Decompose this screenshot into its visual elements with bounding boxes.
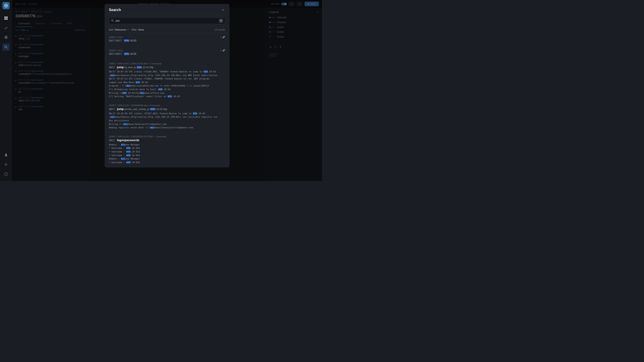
search-clear-button[interactable]: ✕ — [219, 19, 223, 23]
result-header: 200817 / Host 2 🔗 — [109, 36, 225, 38]
sidebar-item-search[interactable] — [2, 43, 10, 51]
svg-point-15 — [112, 19, 113, 21]
result-path: 200817 / WIN-10-02 / 2146137244 jdoe * /… — [109, 62, 162, 65]
svg-rect-8 — [5, 38, 8, 39]
result-count: 2 🔗 — [220, 36, 225, 38]
search-input[interactable] — [116, 19, 217, 22]
sort-control-value: Relevance — [115, 28, 126, 31]
result-path: 200817 / WIN-10-02 / 1166180208 SYSTEM *… — [109, 135, 166, 138]
main-area: Best Logs / Explore ‹ Timeline 08/17/20 … — [12, 0, 322, 181]
svg-rect-7 — [5, 37, 8, 38]
search-input-wrapper: ✕ — [105, 15, 229, 27]
result-header: 200817 / WIN-10-02 / 1166180208 SYSTEM *… — [109, 135, 225, 138]
modal-close-button[interactable]: ✕ — [220, 7, 225, 12]
app-logo[interactable] — [2, 2, 10, 9]
result-count: 5 🔗 — [220, 49, 225, 52]
list-item[interactable]: 200817 / WIN-10-02 / 1166658656 jdoe / C… — [105, 101, 229, 132]
svg-line-10 — [6, 47, 8, 48]
svg-point-1 — [6, 5, 7, 6]
search-input-inner: ✕ — [109, 17, 225, 24]
svg-rect-3 — [6, 16, 8, 18]
result-path: 200817 / Host — [109, 49, 123, 52]
filter-control[interactable]: Filter: None — [132, 28, 144, 31]
sidebar-item-logs[interactable] — [2, 34, 10, 41]
search-controls: Sort: Relevance ▼ Filter: None 19 result… — [105, 27, 229, 33]
search-modal: Search ✕ ✕ So — [105, 4, 230, 167]
result-output: Domain : Window Manager * Username : WIN… — [109, 143, 225, 164]
modal-header: Search ✕ — [105, 4, 229, 15]
svg-point-11 — [5, 153, 7, 155]
filter-control-label: Filter: — [132, 28, 138, 31]
result-date-line: 08/17-08/17 WIN-10-03 — [109, 39, 225, 42]
result-header: 200817 / WIN-10-02 / 1166658656 jdoe / C… — [109, 104, 225, 107]
result-header: 200817 / WIN-10-02 / 2146137244 jdoe * /… — [109, 62, 225, 65]
list-item[interactable]: 200817 / Host 5 🔗 08/17-08/17 WIN-10-02 — [105, 46, 229, 59]
search-icon — [111, 19, 114, 22]
result-date-line: 08/17 logonpasswords — [109, 139, 225, 142]
search-results: 200817 / Host 2 🔗 08/17-08/17 WIN-10-03 — [105, 33, 229, 167]
svg-rect-4 — [4, 18, 6, 20]
sort-control[interactable]: Sort: Relevance ▼ — [109, 28, 129, 31]
result-output: 08/17 19:42:05 UTC [task] <T1547.001> Ta… — [109, 112, 225, 129]
list-item[interactable]: 200817 / WIN-10-02 / 1166180208 SYSTEM *… — [105, 132, 229, 167]
sort-control-label: Sort: — [109, 28, 114, 31]
sidebar-item-user[interactable] — [2, 151, 10, 158]
svg-rect-5 — [6, 18, 8, 20]
svg-rect-2 — [4, 16, 6, 18]
sort-dropdown-icon[interactable]: ▼ — [127, 29, 129, 31]
sidebar-item-settings[interactable] — [2, 161, 10, 168]
link-icon: 🔗 — [222, 36, 225, 38]
sidebar-item-dashboard[interactable] — [2, 14, 10, 22]
svg-rect-6 — [5, 36, 8, 37]
svg-line-16 — [113, 21, 114, 22]
result-path: 200817 / Host — [109, 36, 123, 38]
filter-control-value: None — [138, 28, 144, 31]
modal-overlay[interactable]: Search ✕ ✕ So — [12, 0, 322, 181]
result-date-line: 08/17-08/17 WIN-10-02 — [109, 52, 225, 55]
results-count: 19 results — [215, 28, 225, 31]
sidebar: ? — [0, 0, 12, 181]
result-output: 08/17 20:07:20 UTC [task] <T1546.003, TA… — [109, 70, 225, 98]
result-date-line: 08/17 jump persist_user_runkey_ip WIN-10… — [109, 107, 225, 111]
result-header: 200817 / Host 5 🔗 — [109, 49, 225, 52]
sidebar-item-graph[interactable] — [2, 24, 10, 31]
result-date-line: 08/17 jump lat_wmi_ip WIN-10-03 http — [109, 65, 225, 69]
modal-title: Search — [109, 8, 121, 12]
sidebar-item-help[interactable]: ? — [2, 171, 10, 178]
result-path: 200817 / WIN-10-02 / 1166658656 jdoe / C… — [109, 104, 160, 107]
svg-point-12 — [6, 164, 7, 165]
list-item[interactable]: 200817 / WIN-10-02 / 2146137244 jdoe * /… — [105, 59, 229, 101]
list-item[interactable]: 200817 / Host 2 🔗 08/17-08/17 WIN-10-03 — [105, 33, 229, 46]
link-icon: 🔗 — [222, 49, 225, 52]
svg-text:?: ? — [6, 173, 7, 175]
svg-point-9 — [5, 46, 7, 48]
